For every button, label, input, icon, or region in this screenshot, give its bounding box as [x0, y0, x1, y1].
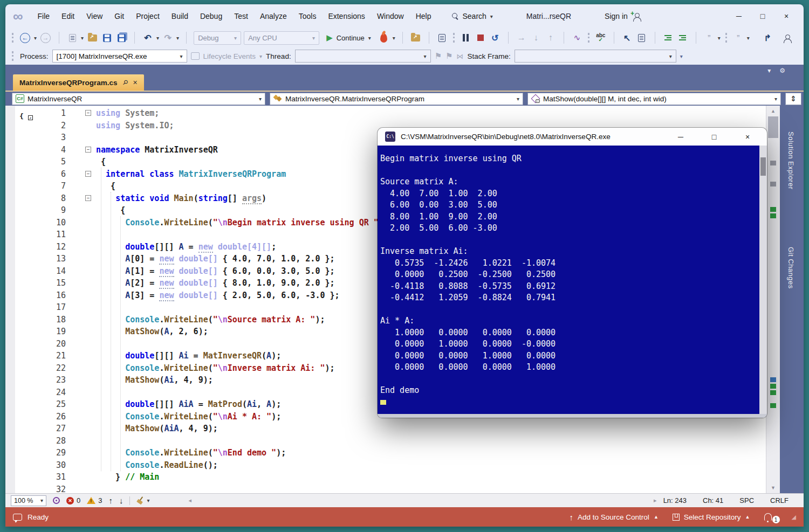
- step-over-button[interactable]: →: [516, 31, 527, 45]
- toolbar-drag-handle[interactable]: [588, 33, 590, 43]
- fold-collapse-icon[interactable]: −: [85, 195, 91, 201]
- process-dropdown[interactable]: [1700] MatrixInverseQR.exe ▾: [52, 50, 187, 63]
- save-button[interactable]: [101, 31, 113, 45]
- project-dropdown[interactable]: C# MatrixInverseQR ▾: [12, 93, 265, 105]
- step-into-button[interactable]: ↓: [530, 31, 542, 45]
- menu-item-test[interactable]: Test: [228, 9, 254, 23]
- send-feedback-button[interactable]: [781, 31, 793, 45]
- scrollbar-thumb[interactable]: [768, 116, 778, 138]
- flag-outline-icon[interactable]: ⚑: [445, 51, 453, 61]
- line-indicator[interactable]: Ln: 243: [663, 496, 687, 505]
- minimize-button[interactable]: ─: [727, 7, 751, 25]
- menu-item-tools[interactable]: Tools: [293, 9, 323, 23]
- resize-grip-icon[interactable]: ◢: [792, 514, 796, 521]
- console-scrollbar[interactable]: [759, 146, 767, 414]
- document-well-options-gear-icon[interactable]: ⚙: [779, 67, 785, 74]
- comment-button[interactable]: ”: [703, 31, 715, 45]
- back-chevron-icon[interactable]: ▾: [34, 35, 37, 41]
- maximize-button[interactable]: □: [751, 7, 774, 25]
- console-minimize-button[interactable]: ─: [673, 133, 688, 141]
- editor-vertical-scrollbar[interactable]: ▲ ▼: [766, 106, 780, 493]
- type-dropdown[interactable]: MatrixInverseQR.MatrixInverseQRProgram ▾: [270, 93, 523, 105]
- new-window-chevron-icon[interactable]: ▾: [81, 35, 84, 41]
- warning-count[interactable]: 3: [87, 496, 102, 505]
- lifecycle-events-label[interactable]: Lifecycle Events: [203, 52, 256, 60]
- close-tab-icon[interactable]: ×: [133, 78, 137, 87]
- navigate-back-button[interactable]: ←: [19, 31, 31, 45]
- scrollbar-up-arrow-icon[interactable]: ▲: [766, 108, 780, 114]
- console-title-bar[interactable]: C:\ C:\VSM\MatrixInverseQR\bin\Debug\net…: [378, 128, 767, 146]
- active-files-chevron-icon[interactable]: ▾: [767, 67, 771, 74]
- hscroll-left-arrow-icon[interactable]: ◂: [189, 497, 192, 504]
- tab-solution-explorer[interactable]: Solution Explorer: [787, 132, 795, 190]
- lifecycle-chevron-icon[interactable]: ▾: [259, 53, 262, 59]
- previous-issue-button[interactable]: ↑: [108, 496, 113, 505]
- toolbar-drag-handle[interactable]: [12, 51, 14, 61]
- menu-item-analyze[interactable]: Analyze: [254, 9, 293, 23]
- console-close-button[interactable]: ×: [740, 133, 755, 141]
- code-cleanup-button[interactable]: ▾: [136, 496, 149, 505]
- show-threads-button[interactable]: ∿: [571, 31, 583, 45]
- zoom-dropdown[interactable]: 100 % ▾: [11, 495, 46, 506]
- tab-git-changes[interactable]: Git Changes: [787, 247, 795, 289]
- hot-reload-button[interactable]: [378, 31, 390, 45]
- toolbar-drag-handle[interactable]: [725, 33, 728, 43]
- continue-button[interactable]: ▶ Continue ▾: [322, 31, 375, 45]
- restart-button[interactable]: ↺: [489, 31, 501, 45]
- outdent-button[interactable]: [677, 31, 689, 45]
- console-scrollbar-thumb[interactable]: [760, 157, 766, 176]
- error-count[interactable]: ✕ 0: [66, 496, 80, 505]
- new-window-button[interactable]: [66, 31, 78, 45]
- indent-button[interactable]: [662, 31, 674, 45]
- sign-in-button[interactable]: Sign in +: [605, 12, 641, 20]
- navigate-forward-button[interactable]: →: [39, 31, 52, 45]
- hot-reload-chevron-icon[interactable]: ▾: [393, 35, 395, 41]
- menu-item-git[interactable]: Git: [108, 9, 130, 23]
- line-ending-indicator[interactable]: CRLF: [770, 496, 789, 505]
- menu-item-view[interactable]: View: [80, 9, 108, 23]
- menu-item-edit[interactable]: Edit: [56, 9, 80, 23]
- member-dropdown[interactable]: MatShow(double[][] M, int dec, int wid) …: [527, 93, 781, 105]
- solution-platform-dropdown[interactable]: Any CPU▾: [244, 31, 319, 45]
- open-file-button[interactable]: [86, 31, 98, 45]
- menu-item-window[interactable]: Window: [371, 9, 410, 23]
- fold-collapse-icon[interactable]: −: [85, 147, 91, 153]
- hscroll-right-arrow-icon[interactable]: ▸: [654, 497, 657, 504]
- undo-chevron-icon[interactable]: ▾: [156, 35, 159, 41]
- stop-debugging-button[interactable]: [475, 31, 486, 45]
- undo-button[interactable]: ↶: [142, 31, 154, 45]
- fold-collapse-icon[interactable]: −: [85, 110, 91, 116]
- menu-item-project[interactable]: Project: [130, 9, 166, 23]
- menu-item-file[interactable]: File: [32, 9, 56, 23]
- select-repository-button[interactable]: Select Repository ▲: [668, 513, 755, 521]
- menu-item-debug[interactable]: Debug: [194, 9, 228, 23]
- scrollbar-down-arrow-icon[interactable]: ▼: [766, 485, 780, 490]
- uncomment-chevron-icon[interactable]: ▾: [747, 35, 750, 41]
- spell-check-button[interactable]: abc✓: [595, 31, 607, 45]
- stack-frame-dropdown[interactable]: ▾: [515, 50, 676, 63]
- flag-icon[interactable]: ⚑: [435, 51, 442, 61]
- document-outline-button[interactable]: [636, 31, 648, 45]
- console-maximize-button[interactable]: □: [707, 133, 722, 141]
- add-to-source-control-button[interactable]: ↑ Add to Source Control ▲: [565, 513, 663, 522]
- breakpoint-window-button[interactable]: [436, 31, 448, 45]
- next-issue-button[interactable]: ↓: [119, 496, 124, 505]
- selection-mode-button[interactable]: ↖: [621, 31, 633, 45]
- document-tab-active[interactable]: MatrixInverseQRProgram.cs ⚲ ×: [13, 74, 144, 91]
- find-in-files-button[interactable]: [410, 31, 422, 45]
- step-out-button[interactable]: ↑: [545, 31, 557, 45]
- document-health-icon[interactable]: [53, 497, 60, 504]
- break-all-button[interactable]: [460, 31, 472, 45]
- spaces-indicator[interactable]: SPC: [739, 496, 754, 505]
- search-box[interactable]: Search ▾: [452, 12, 492, 20]
- close-button[interactable]: ×: [774, 7, 798, 25]
- redo-button[interactable]: ↷: [162, 31, 174, 45]
- menu-item-help[interactable]: Help: [410, 9, 437, 23]
- feedback-bubble-icon[interactable]: [13, 514, 22, 521]
- threads-filter-icon[interactable]: ⋈: [457, 52, 464, 60]
- console-window[interactable]: C:\ C:\VSM\MatrixInverseQR\bin\Debug\net…: [378, 128, 767, 418]
- braces-margin-icon[interactable]: { ↗: [19, 112, 33, 120]
- toolbar-overflow-icon[interactable]: ▾: [680, 53, 683, 59]
- thread-dropdown[interactable]: ▾: [295, 50, 431, 63]
- menu-item-extensions[interactable]: Extensions: [322, 9, 371, 23]
